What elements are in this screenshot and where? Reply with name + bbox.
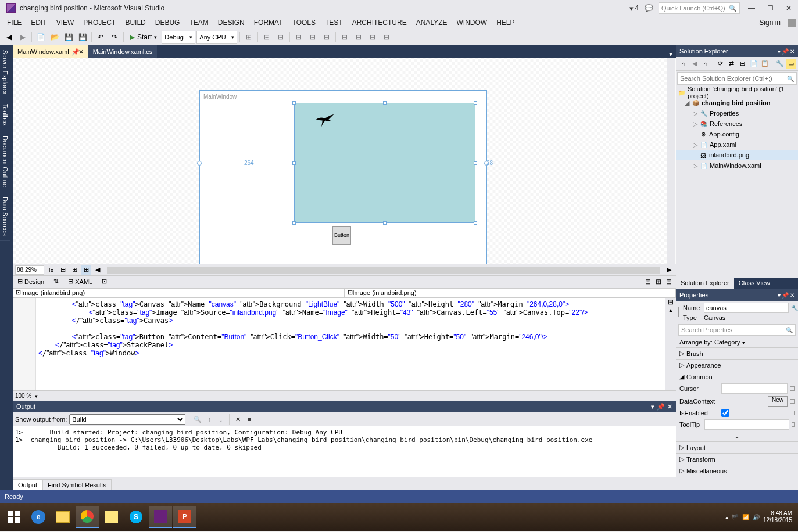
- split-v-button[interactable]: ⊟: [643, 277, 653, 286]
- cat-brush[interactable]: ▷Brush: [676, 347, 798, 359]
- menu-window[interactable]: WINDOW: [452, 17, 492, 28]
- toolbar-btn-4[interactable]: ⊟: [292, 31, 305, 44]
- prop-marker[interactable]: [792, 422, 795, 427]
- effects-button[interactable]: fx: [46, 265, 56, 275]
- toolbar-btn-1[interactable]: ⊞: [242, 31, 255, 44]
- xaml-tab[interactable]: ⊟ XAML: [66, 278, 95, 285]
- redo-button[interactable]: ↷: [108, 31, 121, 44]
- save-button[interactable]: 💾: [62, 31, 75, 44]
- margin-anchor-left[interactable]: [197, 161, 202, 166]
- bird-image[interactable]: [315, 113, 336, 130]
- grid-button[interactable]: ⊞: [58, 265, 67, 275]
- output-tab[interactable]: Output: [13, 479, 42, 490]
- se-back-button[interactable]: ◀: [689, 59, 699, 69]
- zoom-dropdown[interactable]: 88.29%: [15, 265, 44, 275]
- config-dropdown[interactable]: Debug▾: [162, 31, 195, 44]
- quick-launch-input[interactable]: Quick Launch (Ctrl+Q) 🔍: [659, 2, 740, 14]
- feedback-icon[interactable]: 💬: [643, 4, 654, 12]
- se-home-button[interactable]: ⌂: [678, 59, 688, 69]
- output-find-button[interactable]: 🔍: [193, 415, 202, 424]
- prop-marker[interactable]: [790, 411, 795, 415]
- se-pin-button[interactable]: 📌: [782, 48, 789, 55]
- se-props-button[interactable]: 📋: [760, 59, 770, 69]
- toolbar-btn-8[interactable]: ⊟: [352, 31, 365, 44]
- left-tab-data-sources[interactable]: Data Sources: [0, 192, 10, 241]
- designer-surface[interactable]: MainWindow 264: [13, 58, 676, 264]
- resize-handle[interactable]: [292, 221, 296, 225]
- start-menu-button[interactable]: [2, 506, 26, 528]
- resize-handle[interactable]: [474, 221, 477, 225]
- toolbar-btn-2[interactable]: ⊟: [260, 31, 273, 44]
- output-options-button[interactable]: ▾: [651, 403, 654, 411]
- se-options-button[interactable]: ▾: [778, 48, 781, 55]
- menu-format[interactable]: FORMAT: [249, 17, 288, 28]
- toolbar-btn-6[interactable]: ⊟: [320, 31, 333, 44]
- tray-network-icon[interactable]: 📶: [742, 514, 749, 520]
- taskbar-chrome[interactable]: [76, 506, 99, 528]
- doc-tab[interactable]: MainWindow.xaml.cs: [88, 45, 158, 58]
- prop-name-input[interactable]: [704, 303, 789, 313]
- cat-appearance[interactable]: ▷Appearance: [676, 359, 798, 371]
- left-tab-server-explorer[interactable]: Server Explorer: [0, 45, 10, 99]
- cat-transform[interactable]: ▷Transform: [676, 453, 798, 465]
- se-filter-button[interactable]: ▭: [786, 59, 796, 69]
- close-button[interactable]: ✕: [782, 2, 796, 14]
- save-all-button[interactable]: 💾: [76, 31, 89, 44]
- tray-volume-icon[interactable]: 🔊: [753, 514, 760, 520]
- taskbar-ie[interactable]: e: [27, 506, 50, 528]
- toolbar-btn-10[interactable]: ⊟: [380, 31, 393, 44]
- output-next-button[interactable]: ↓: [216, 415, 226, 424]
- prop-marker[interactable]: [790, 399, 795, 404]
- se-home2-button[interactable]: ⌂: [700, 59, 710, 69]
- output-pin-button[interactable]: 📌: [657, 403, 665, 411]
- resize-handle[interactable]: [474, 101, 477, 105]
- undo-button[interactable]: ↶: [94, 31, 107, 44]
- cursor-dropdown[interactable]: [721, 383, 788, 394]
- se-showall-button[interactable]: 📄: [749, 59, 758, 69]
- menu-test[interactable]: TEST: [320, 17, 348, 28]
- menu-file[interactable]: FILE: [2, 17, 26, 28]
- resize-handle[interactable]: [292, 161, 296, 165]
- minimize-button[interactable]: —: [745, 2, 758, 14]
- menu-analyze[interactable]: ANALYZE: [411, 17, 452, 28]
- arrange-by-dropdown[interactable]: Arrange by: Category ▾: [676, 337, 798, 347]
- find-results-tab[interactable]: Find Symbol Results: [42, 479, 112, 490]
- tree-appconfig-node[interactable]: ⚙App.config: [676, 129, 798, 139]
- menu-tools[interactable]: TOOLS: [288, 17, 320, 28]
- grid2-button[interactable]: ⊞: [70, 265, 79, 275]
- menu-project[interactable]: PROJECT: [78, 17, 120, 28]
- popup-button[interactable]: ⊡: [99, 278, 109, 285]
- se-collapse-button[interactable]: ⊟: [738, 59, 747, 69]
- scroll-right[interactable]: ▶: [664, 265, 674, 275]
- se-preview-button[interactable]: 🔧: [775, 59, 785, 69]
- menu-team[interactable]: TEAM: [184, 17, 213, 28]
- props-options-button[interactable]: ▾: [778, 292, 781, 299]
- cat-layout[interactable]: ▷Layout: [676, 441, 798, 453]
- tray-expand-button[interactable]: ▴: [725, 514, 728, 520]
- doc-tab[interactable]: MainWindow.xaml📌✕: [13, 45, 88, 58]
- new-project-button[interactable]: 📄: [34, 31, 47, 44]
- toolbar-btn-3[interactable]: ⊟: [274, 31, 287, 44]
- resize-handle[interactable]: [292, 101, 296, 105]
- xaml-code-editor[interactable]: <"attr">class="tag">Canvas "attr">Name="…: [13, 297, 676, 390]
- solution-explorer-search[interactable]: 🔍: [677, 72, 797, 85]
- properties-search[interactable]: Search Properties 🔍: [678, 324, 796, 336]
- snap-button[interactable]: ⊞: [81, 265, 91, 275]
- tab-overflow-button[interactable]: ▾: [665, 50, 676, 58]
- menu-build[interactable]: BUILD: [120, 17, 150, 28]
- platform-dropdown[interactable]: Any CPU▾: [196, 31, 237, 44]
- taskbar-skype[interactable]: S: [124, 506, 148, 528]
- props-pin-button[interactable]: 📌: [782, 292, 789, 299]
- scroll-left[interactable]: ◀: [93, 265, 102, 275]
- breadcrumb-right[interactable]: ⊡ Image (inlandbird.png): [345, 288, 677, 297]
- prop-marker[interactable]: [790, 386, 795, 391]
- menu-debug[interactable]: DEBUG: [151, 17, 185, 28]
- solution-explorer-tab[interactable]: Solution Explorer: [676, 278, 734, 289]
- menu-design[interactable]: DESIGN: [213, 17, 249, 28]
- artboard-window[interactable]: MainWindow 264: [199, 90, 487, 264]
- notifications-badge[interactable]: ▾4: [629, 4, 639, 13]
- collapse-button[interactable]: ⊟: [664, 277, 674, 286]
- output-clear-button[interactable]: ✕: [233, 415, 242, 424]
- maximize-button[interactable]: ☐: [763, 2, 777, 14]
- toolbar-btn-5[interactable]: ⊟: [306, 31, 319, 44]
